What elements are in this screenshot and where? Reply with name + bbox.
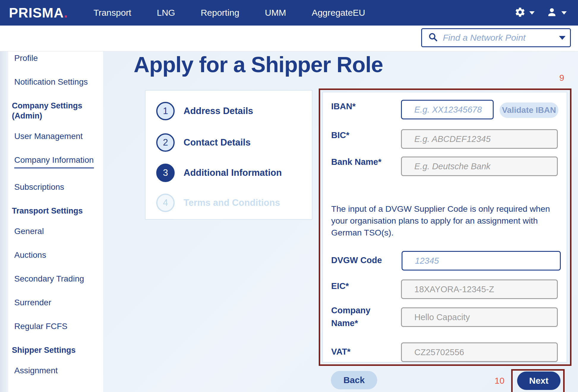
nav-item-umm[interactable]: UMM — [265, 8, 286, 18]
search-input[interactable] — [443, 33, 559, 43]
sidebar-item-notification-settings[interactable]: Notification Settings — [14, 77, 103, 87]
step-terms-and-conditions: 4 Terms and Conditions — [156, 194, 280, 212]
sidebar-item-general[interactable]: General — [14, 226, 103, 236]
bank-name-label: Bank Name* — [331, 156, 381, 168]
search-icon — [428, 32, 438, 43]
brand-text: PRISMA — [9, 5, 64, 20]
sidebar-header-transport-settings: Transport Settings — [12, 206, 103, 216]
settings-menu[interactable] — [514, 7, 535, 19]
nav-items: Transport LNG Reporting UMM AggregateEU — [94, 8, 365, 18]
sidebar-item-secondary-trading[interactable]: Secondary Trading — [14, 274, 103, 284]
nav-item-lng[interactable]: LNG — [157, 8, 175, 18]
sidebar-header-shipper-settings: Shipper Settings — [12, 345, 103, 355]
additional-information-form: IBAN* Validate IBAN BIC* Bank Name* The … — [322, 92, 567, 363]
company-name-label: Company Name* — [331, 304, 379, 330]
chevron-down-icon — [561, 11, 567, 15]
sidebar-item-surrender[interactable]: Surrender — [14, 298, 103, 308]
step-address-details[interactable]: 1 Address Details — [156, 102, 253, 120]
page-title: Apply for a Shipper Role — [134, 52, 383, 77]
company-name-input — [401, 307, 558, 327]
step-number: 2 — [156, 133, 175, 152]
back-button[interactable]: Back — [331, 371, 377, 389]
step-label: Contact Details — [184, 137, 251, 148]
step-contact-details[interactable]: 2 Contact Details — [156, 133, 251, 152]
vat-input — [401, 342, 558, 362]
bic-input — [401, 129, 558, 149]
dvgw-info-text: The input of a DVGW Supplier Code is onl… — [331, 203, 563, 238]
step-label: Terms and Conditions — [184, 197, 280, 208]
prisma-logo[interactable]: PRISMA. — [9, 5, 68, 21]
step-label: Address Details — [184, 106, 253, 116]
chevron-down-icon[interactable] — [559, 36, 566, 40]
dvgw-code-label: DVGW Code — [331, 254, 382, 267]
sidebar-item-subscriptions[interactable]: Subscriptions — [14, 182, 103, 192]
sidebar-header-company-settings: Company Settings (Admin) — [12, 101, 103, 121]
eic-label: EIC* — [331, 280, 349, 293]
sidebar-item-user-management[interactable]: User Management — [14, 131, 103, 141]
dvgw-code-input[interactable] — [402, 251, 561, 271]
sidebar-item-regular-fcfs[interactable]: Regular FCFS — [14, 321, 103, 331]
main-content: Apply for a Shipper Role 1 Address Detai… — [103, 51, 578, 392]
step-number: 3 — [156, 164, 175, 182]
chevron-down-icon — [529, 11, 535, 15]
left-gutter — [0, 51, 8, 392]
network-point-search[interactable] — [421, 28, 571, 47]
nav-item-reporting[interactable]: Reporting — [201, 8, 239, 18]
brand-dot: . — [64, 5, 68, 20]
nav-item-transport[interactable]: Transport — [94, 8, 131, 18]
annotation-label-10: 10 — [495, 376, 504, 386]
sidebar-item-auctions[interactable]: Auctions — [14, 250, 103, 260]
settings-sidebar: Profile Notification Settings Company Se… — [8, 51, 103, 392]
step-label: Additional Information — [184, 167, 282, 178]
sidebar-item-company-information[interactable]: Company Information — [14, 155, 103, 168]
annotation-label-9: 9 — [559, 73, 564, 83]
step-number: 4 — [156, 194, 175, 212]
sidebar-item-assignment[interactable]: Assignment — [14, 366, 103, 376]
iban-input[interactable] — [401, 100, 494, 119]
nav-item-aggregateeu[interactable]: AggregateEU — [312, 8, 365, 18]
next-button[interactable]: Next — [517, 372, 560, 390]
vat-label: VAT* — [331, 345, 350, 358]
eic-input — [401, 279, 558, 299]
user-menu[interactable] — [546, 6, 567, 19]
validate-iban-button[interactable]: Validate IBAN — [500, 102, 558, 118]
nav-right-controls — [514, 0, 567, 26]
wizard-steps-card: 1 Address Details 2 Contact Details 3 Ad… — [145, 90, 312, 220]
step-number: 1 — [156, 102, 175, 120]
secondary-header — [0, 26, 578, 51]
iban-label: IBAN* — [331, 100, 356, 113]
top-navigation-bar: PRISMA. Transport LNG Reporting UMM Aggr… — [0, 0, 578, 26]
sidebar-item-profile[interactable]: Profile — [14, 53, 103, 63]
user-icon — [546, 6, 558, 19]
bank-name-input — [401, 157, 558, 176]
gear-icon — [514, 7, 526, 19]
bic-label: BIC* — [331, 129, 349, 142]
step-additional-information[interactable]: 3 Additional Information — [156, 164, 282, 182]
